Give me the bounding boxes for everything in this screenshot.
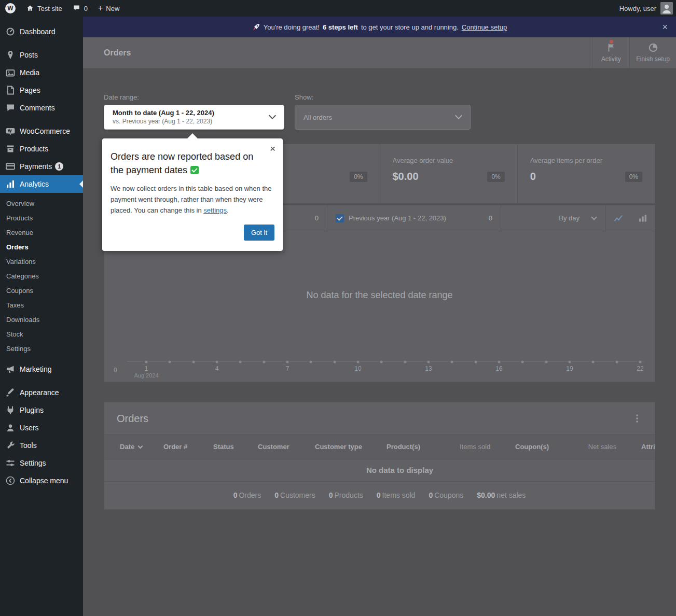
main-content: You're doing great! 6 steps left to get … — [83, 17, 676, 616]
sidebar-item-woocommerce[interactable]: WooCommerce — [0, 122, 83, 140]
orders-table: Date Order # Status Customer Customer ty… — [104, 435, 655, 459]
column-header-coupons[interactable]: Coupon(s) — [503, 435, 574, 459]
settings-link[interactable]: settings — [203, 206, 227, 214]
chart-plot-area: No data for the selected date range 0 1 … — [104, 231, 655, 382]
activity-button[interactable]: Activity — [592, 37, 629, 68]
pages-icon — [5, 85, 16, 95]
continue-setup-link[interactable]: Continue setup — [462, 23, 507, 31]
total-orders: 0Orders — [233, 491, 261, 499]
submenu-item-orders[interactable]: Orders — [0, 240, 83, 254]
summary-tile-average-order-value[interactable]: Average order value $0.000% — [380, 144, 517, 203]
submenu-item-coupons[interactable]: Coupons — [0, 283, 83, 298]
sidebar-item-products[interactable]: Products — [0, 140, 83, 158]
sidebar-item-users[interactable]: Users — [0, 419, 83, 437]
legend-checkbox-previous[interactable] — [336, 214, 344, 222]
wordpress-logo-icon: W — [5, 3, 16, 13]
chart-empty-message: No data for the selected date range — [104, 290, 655, 301]
x-axis-month-caption: Aug 2024 — [134, 372, 158, 379]
site-name-label: Test site — [37, 5, 62, 12]
chart-baseline — [128, 361, 644, 362]
finish-setup-button[interactable]: Finish setup — [629, 37, 676, 68]
popover-title: Orders are now reported based on the pay… — [111, 150, 274, 177]
sidebar-item-tools[interactable]: Tools — [0, 437, 83, 454]
column-header-attribution[interactable]: Attribution — [629, 435, 655, 459]
comments-shortcut[interactable]: 0 — [67, 0, 93, 17]
column-header-items-sold[interactable]: Items sold — [447, 435, 503, 459]
line-chart-toggle[interactable] — [606, 205, 630, 231]
wordpress-menu[interactable]: W — [0, 0, 21, 17]
payments-icon — [5, 161, 16, 172]
avatar[interactable] — [660, 2, 673, 15]
submenu-item-products[interactable]: Products — [0, 211, 83, 225]
admin-bar: W Test site 0 + New Howdy, user — [0, 0, 676, 17]
date-range-select[interactable]: Month to date (Aug 1 - 22, 2024) vs. Pre… — [104, 105, 284, 130]
sidebar-item-analytics[interactable]: Analytics — [0, 175, 83, 193]
column-header-products[interactable]: Product(s) — [374, 435, 447, 459]
table-menu-button[interactable] — [632, 413, 642, 424]
chevron-down-icon — [591, 214, 597, 220]
payments-badge: 1 — [55, 162, 63, 171]
submenu-item-categories[interactable]: Categories — [0, 269, 83, 283]
new-content-button[interactable]: + New — [93, 0, 125, 17]
report-filters: Date range: Month to date (Aug 1 - 22, 2… — [104, 93, 655, 130]
submenu-item-revenue[interactable]: Revenue — [0, 225, 83, 240]
submenu-item-overview[interactable]: Overview — [0, 196, 83, 211]
popover-close-icon[interactable]: × — [270, 144, 275, 153]
plus-icon: + — [98, 4, 103, 12]
sidebar-item-media[interactable]: Media — [0, 64, 83, 81]
dashboard-icon — [5, 26, 16, 37]
submenu-item-stock[interactable]: Stock — [0, 327, 83, 341]
admin-sidebar: Dashboard Posts Media Pages Comments Woo… — [0, 17, 83, 616]
show-label: Show: — [295, 93, 471, 101]
table-empty-message: No data to display — [104, 459, 655, 481]
sidebar-item-plugins[interactable]: Plugins — [0, 401, 83, 419]
activity-icon — [606, 43, 616, 53]
show-select[interactable]: All orders — [295, 105, 471, 130]
analytics-submenu: Overview Products Revenue Orders Variati… — [0, 193, 83, 360]
howdy-user[interactable]: Howdy, user — [619, 5, 656, 12]
column-header-customer-type[interactable]: Customer type — [302, 435, 374, 459]
sidebar-item-collapse-menu[interactable]: Collapse menu — [0, 472, 83, 489]
unread-dot — [610, 40, 613, 44]
banner-text-prefix: You're doing great! — [264, 23, 320, 31]
column-header-customer[interactable]: Customer — [245, 435, 302, 459]
column-header-date[interactable]: Date — [104, 435, 151, 459]
sidebar-item-posts[interactable]: Posts — [0, 46, 83, 64]
column-header-status[interactable]: Status — [201, 435, 245, 459]
sidebar-item-comments[interactable]: Comments — [0, 99, 83, 117]
sidebar-item-settings[interactable]: Settings — [0, 454, 83, 472]
line-chart-icon — [613, 213, 624, 223]
chevron-down-icon — [269, 112, 276, 119]
interval-select[interactable]: By day — [549, 205, 605, 231]
comments-count: 0 — [84, 5, 88, 12]
summary-tile-average-items-per-order[interactable]: Average items per order 00% — [517, 144, 655, 203]
sidebar-item-appearance[interactable]: Appearance — [0, 384, 83, 401]
new-label: New — [106, 5, 119, 12]
chevron-down-icon — [455, 112, 462, 119]
got-it-button[interactable]: Got it — [244, 225, 274, 241]
site-name-link[interactable]: Test site — [21, 0, 67, 17]
orders-table-scroll[interactable]: Date Order # Status Customer Customer ty… — [104, 435, 655, 481]
bar-chart-toggle[interactable] — [630, 205, 655, 231]
submenu-item-downloads[interactable]: Downloads — [0, 312, 83, 327]
total-products: 0Products — [329, 491, 363, 499]
sidebar-item-payments[interactable]: Payments 1 — [0, 158, 83, 175]
collapse-icon — [5, 475, 16, 486]
orders-table-title: Orders — [117, 413, 148, 425]
column-header-order-number[interactable]: Order # — [151, 435, 201, 459]
tools-icon — [5, 440, 16, 451]
table-header-row: Date Order # Status Customer Customer ty… — [104, 435, 655, 459]
banner-close-icon[interactable]: × — [662, 22, 668, 32]
column-header-net-sales[interactable]: Net sales — [574, 435, 629, 459]
submenu-item-variations[interactable]: Variations — [0, 254, 83, 269]
date-range-compare-value: vs. Previous year (Aug 1 - 22, 2023) — [113, 118, 263, 125]
submenu-item-taxes[interactable]: Taxes — [0, 298, 83, 312]
analytics-icon — [5, 179, 16, 189]
sidebar-item-dashboard[interactable]: Dashboard — [0, 23, 83, 40]
banner-text-suffix: to get your store up and running. — [361, 23, 459, 31]
sidebar-item-marketing[interactable]: Marketing — [0, 360, 83, 378]
legend-item-previous-year[interactable]: Previous year (Aug 1 - 22, 2023) 0 — [327, 205, 501, 231]
sidebar-item-pages[interactable]: Pages — [0, 81, 83, 99]
submenu-item-settings[interactable]: Settings — [0, 341, 83, 356]
green-check-icon — [190, 166, 199, 174]
